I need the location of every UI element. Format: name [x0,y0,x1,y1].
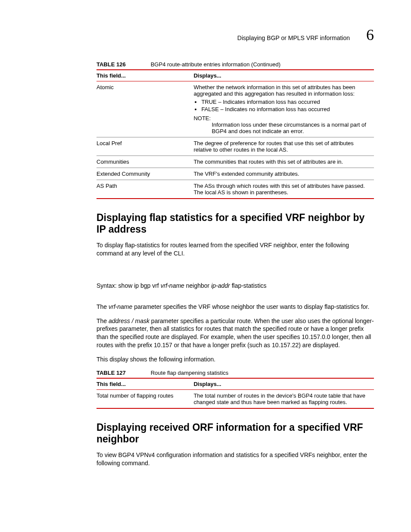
table-row: Total number of flapping routes The tota… [97,390,374,409]
paragraph: This display shows the following informa… [97,355,374,364]
table-126-head-field: This field... [97,70,193,81]
list-item: TRUE – Indicates information loss has oc… [201,99,371,105]
syntax-text: neighbor [184,282,211,289]
table-126-title: BGP4 route-attribute entries information… [151,61,280,68]
field-desc: The ASs through which routes with this s… [193,180,374,199]
field-name: Atomic [97,81,193,137]
syntax-label: Syntax: [97,282,117,289]
atomic-list: TRUE – Indicates information loss has oc… [201,99,371,112]
field-desc: The degree of preference for routes that… [193,137,374,156]
table-126-head-displays: Displays... [193,70,374,81]
field-name: Local Pref [97,137,193,156]
atomic-intro: Whether the network information in this … [193,84,371,97]
note-text: Information loss under these circumstanc… [193,121,371,134]
table-127-caption: TABLE 127Route flap dampening statistics [97,370,374,376]
syntax-var: vrf-name [161,282,184,289]
field-desc: Whether the network information in this … [193,81,374,137]
paragraph: The vrf-name parameter specifies the VRF… [97,303,374,311]
paragraph: To display flap-statistics for routes le… [97,241,374,258]
field-name: Total number of flapping routes [97,390,193,409]
table-127-title: Route flap dampening statistics [151,370,229,376]
syntax-text: show ip bgp vrf [117,282,161,289]
running-header-text: Displaying BGP or MPLS VRF information [237,34,350,41]
running-header: Displaying BGP or MPLS VRF information 6 [97,26,374,44]
field-name: Communities [97,156,193,168]
paragraph: To view BGP4 VPNv4 configuration informa… [97,451,374,467]
table-127-head-field: This field... [97,378,193,390]
note-label: NOTE: [193,115,211,121]
field-desc: The VRF's extended community attributes. [193,168,374,180]
field-name: Extended Community [97,168,193,180]
paragraph: The address / mask parameter specifies a… [97,317,374,350]
table-row: Local Pref The degree of preference for … [97,137,374,156]
table-126-label: TABLE 126 [97,61,126,68]
syntax-text: flap-statistics [230,282,267,289]
table-127-label: TABLE 127 [97,370,126,376]
syntax-line: Syntax: show ip bgp vrf vrf-name neighbo… [97,282,374,290]
table-126: This field... Displays... Atomic Whether… [97,69,374,199]
section-heading-orf: Displaying received ORF information for … [97,422,374,445]
table-row: Communities The communities that routes … [97,156,374,168]
atomic-note: NOTE: Information loss under these circu… [193,115,371,134]
table-row: Extended Community The VRF's extended co… [97,168,374,180]
field-desc: The communities that routes with this se… [193,156,374,168]
chapter-number: 6 [366,26,374,44]
param-name: vrf-name [109,303,132,310]
param-name: address / mask [109,317,149,324]
field-name: AS Path [97,180,193,199]
table-127-head-displays: Displays... [193,378,374,390]
field-desc: The total number of routes in the device… [193,390,374,409]
syntax-var: ip-addr [211,282,230,289]
list-item: FALSE – Indicates no information loss ha… [201,106,371,112]
page: Displaying BGP or MPLS VRF information 6… [0,0,411,532]
section-heading-flap: Displaying flap statistics for a specifi… [97,212,374,235]
table-127: This field... Displays... Total number o… [97,378,374,409]
table-126-caption: TABLE 126BGP4 route-attribute entries in… [97,61,374,68]
table-row: AS Path The ASs through which routes wit… [97,180,374,199]
table-row: Atomic Whether the network information i… [97,81,374,137]
